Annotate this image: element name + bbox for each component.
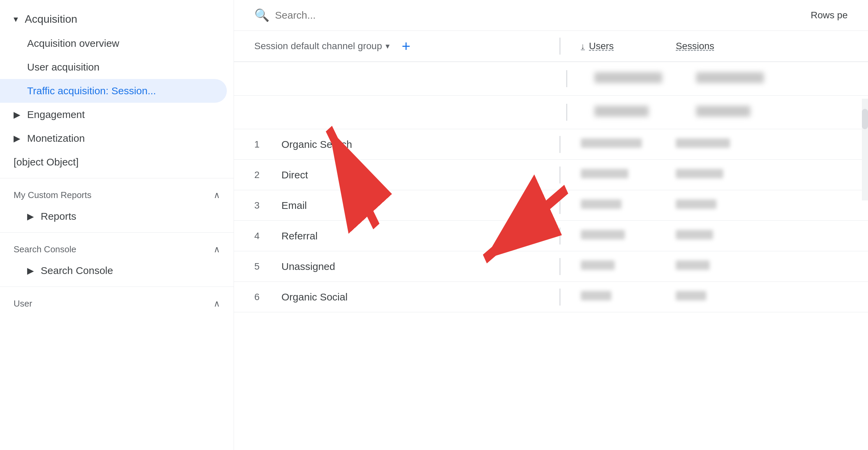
sidebar-item-retention[interactable]: [object Object] [0,150,234,174]
chevron-right-icon: ▶ [14,133,20,144]
column-divider [559,136,560,153]
row-label[interactable]: Organic Search [281,139,559,150]
table-row: 3 Email [234,190,868,221]
sidebar-item-reports[interactable]: ▶ Reports [0,204,234,228]
blurred-value [676,291,706,300]
row-number: 4 [254,231,281,241]
divider [0,287,234,287]
search-bar: 🔍 Rows pe [234,0,868,31]
sidebar-item-monetization[interactable]: ▶ Monetization [0,126,234,150]
column-divider [559,197,560,214]
row-label[interactable]: Direct [281,169,559,181]
sidebar-item-engagement[interactable]: ▶ Engagement [0,103,234,126]
row-label[interactable]: Email [281,200,559,211]
sidebar-item-user-acquisition[interactable]: User acquisition [0,55,234,79]
sessions-label: Sessions [676,41,714,51]
sidebar-item-label: Acquisition overview [27,38,119,49]
dropdown-icon: ▾ [386,41,390,51]
blurred-value [581,169,628,178]
row-sessions-value [676,291,771,303]
sidebar-item-label: Traffic acquisition: Session... [27,85,156,97]
main-content: 🔍 Rows pe Session default channel group … [234,0,868,450]
users-label: Users [589,41,614,52]
column-divider [566,104,567,121]
table-row: 6 Organic Social [234,282,868,312]
row-number: 6 [254,292,281,302]
add-dimension-button[interactable]: + [402,38,411,55]
blurred-value [676,169,723,178]
row-sessions-value [676,199,771,211]
row-number: 1 [254,139,281,150]
blurred-value [581,260,615,270]
row-users-value [581,169,676,181]
sidebar-item-traffic-acquisition[interactable]: Traffic acquisition: Session... [0,79,227,103]
dimension-column-header: Session default channel group ▾ + [254,38,559,55]
row-sessions-value [676,260,771,272]
sidebar-item-acquisition-overview[interactable]: Acquisition overview [0,32,234,55]
row-number: 2 [254,170,281,180]
sidebar: ▾ Acquisition Acquisition overview User … [0,0,234,450]
sidebar-item-label: User acquisition [27,61,99,73]
blurred-value [696,72,764,83]
sessions-column-header[interactable]: Sessions [676,41,771,52]
scrollbar-thumb[interactable] [862,109,868,129]
sidebar-item-label: Monetization [27,133,85,144]
row-sessions-value [676,169,771,181]
scrollbar-track[interactable] [862,99,868,200]
sort-down-icon: ↓ [581,41,585,51]
blurred-value [581,230,625,239]
table-header: Session default channel group ▾ + ↓ User… [234,31,868,62]
sidebar-item-label: Search Console [41,265,113,276]
search-icon: 🔍 [254,8,270,22]
blurred-value [676,230,713,239]
row-sessions-value [676,230,771,242]
users-column-header[interactable]: ↓ Users [581,41,676,52]
row-sessions-value [676,138,771,150]
sidebar-section-user: User ∧ [0,291,234,313]
row-label[interactable]: Referral [281,230,559,242]
row-users-value [581,230,676,242]
blurred-value [581,138,642,148]
chevron-right-icon: ▶ [27,266,34,276]
sidebar-item-label: [object Object] [14,156,79,168]
sidebar-section-search-console: Search Console ∧ [0,237,234,259]
collapse-icon[interactable]: ∧ [214,298,220,309]
table-row: 5 Unassigned [234,251,868,282]
dimension-dropdown[interactable]: Session default channel group ▾ [254,41,390,52]
chevron-right-icon: ▶ [27,211,34,222]
column-divider [559,228,560,244]
chevron-down-icon: ▾ [14,14,18,24]
column-divider [559,167,560,183]
blurred-value [594,72,662,83]
search-input[interactable] [275,9,805,21]
row-number: 3 [254,200,281,211]
rows-per-page-label: Rows pe [811,10,848,21]
column-divider [559,38,560,55]
sidebar-item-label: Acquisition [25,13,77,25]
blurred-value [696,106,750,117]
blurred-value [676,138,730,148]
divider [0,232,234,233]
sidebar-item-label: Reports [41,211,76,222]
table-row: 1 Organic Search [234,129,868,160]
row-number: 5 [254,261,281,272]
row-label[interactable]: Organic Social [281,291,559,303]
blurred-row-2 [234,96,868,129]
collapse-icon[interactable]: ∧ [214,190,220,200]
row-label[interactable]: Unassigned [281,261,559,272]
blurred-value [581,199,622,209]
section-label: Search Console [14,244,76,255]
collapse-icon[interactable]: ∧ [214,244,220,255]
table-row: 4 Referral [234,221,868,251]
sidebar-item-search-console[interactable]: ▶ Search Console [0,259,234,282]
data-table: Session default channel group ▾ + ↓ User… [234,31,868,450]
blurred-value [581,291,611,300]
sidebar-item-acquisition[interactable]: ▾ Acquisition [0,7,234,32]
divider [0,178,234,178]
sidebar-section-custom-reports: My Custom Reports ∧ [0,182,234,204]
chevron-right-icon: ▶ [14,110,20,120]
column-divider [559,289,560,306]
dimension-label: Session default channel group [254,41,382,52]
sidebar-item-label: Engagement [27,109,85,120]
section-label: User [14,298,32,309]
